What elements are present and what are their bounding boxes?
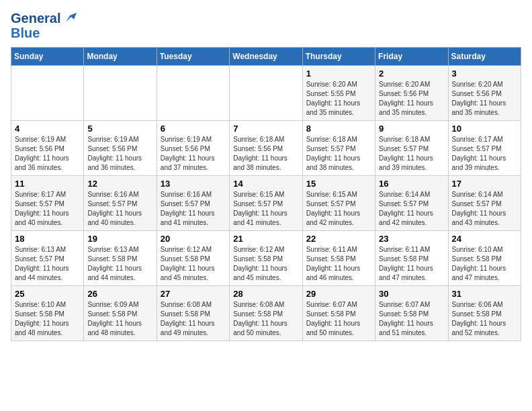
day-info: Sunrise: 6:20 AM Sunset: 5:56 PM Dayligh… [452,80,517,118]
day-number: 10 [452,124,517,134]
day-info: Sunrise: 6:15 AM Sunset: 5:57 PM Dayligh… [233,190,298,228]
day-info: Sunrise: 6:10 AM Sunset: 5:58 PM Dayligh… [15,300,80,338]
day-info: Sunrise: 6:10 AM Sunset: 5:58 PM Dayligh… [452,245,517,283]
day-number: 12 [87,179,152,189]
day-cell: 16Sunrise: 6:14 AM Sunset: 5:57 PM Dayli… [375,176,448,231]
weekday-header-row: SundayMondayTuesdayWednesdayThursdayFrid… [11,48,521,66]
day-cell: 19Sunrise: 6:13 AM Sunset: 5:58 PM Dayli… [84,231,157,286]
day-info: Sunrise: 6:12 AM Sunset: 5:58 PM Dayligh… [161,245,226,283]
day-number: 25 [15,289,80,299]
logo: General Blue [11,11,77,40]
day-number: 17 [452,179,517,189]
weekday-wednesday: Wednesday [230,48,302,66]
day-info: Sunrise: 6:07 AM Sunset: 5:58 PM Dayligh… [306,300,371,338]
day-cell [84,66,157,121]
day-cell: 29Sunrise: 6:07 AM Sunset: 5:58 PM Dayli… [302,286,375,341]
logo-text: General Blue [11,11,77,40]
day-cell: 28Sunrise: 6:08 AM Sunset: 5:58 PM Dayli… [230,286,302,341]
day-cell: 26Sunrise: 6:09 AM Sunset: 5:58 PM Dayli… [84,286,157,341]
day-number: 6 [161,124,226,134]
day-info: Sunrise: 6:12 AM Sunset: 5:58 PM Dayligh… [233,245,298,283]
day-info: Sunrise: 6:18 AM Sunset: 5:57 PM Dayligh… [379,135,444,173]
day-number: 28 [233,289,298,299]
day-info: Sunrise: 6:17 AM Sunset: 5:57 PM Dayligh… [452,135,517,173]
day-info: Sunrise: 6:13 AM Sunset: 5:58 PM Dayligh… [87,245,152,283]
day-cell: 18Sunrise: 6:13 AM Sunset: 5:57 PM Dayli… [11,231,84,286]
calendar-body: 1Sunrise: 6:20 AM Sunset: 5:55 PM Daylig… [11,66,521,341]
day-cell: 14Sunrise: 6:15 AM Sunset: 5:57 PM Dayli… [230,176,302,231]
day-cell: 27Sunrise: 6:08 AM Sunset: 5:58 PM Dayli… [157,286,229,341]
day-info: Sunrise: 6:15 AM Sunset: 5:57 PM Dayligh… [306,190,371,228]
day-number: 15 [306,179,371,189]
weekday-saturday: Saturday [448,48,521,66]
logo-icon [62,10,77,25]
svg-marker-0 [66,13,77,22]
day-number: 14 [233,179,298,189]
week-row-2: 11Sunrise: 6:17 AM Sunset: 5:57 PM Dayli… [11,176,521,231]
day-cell: 12Sunrise: 6:16 AM Sunset: 5:57 PM Dayli… [84,176,157,231]
day-number: 8 [306,124,371,134]
day-number: 16 [379,179,444,189]
day-cell: 10Sunrise: 6:17 AM Sunset: 5:57 PM Dayli… [448,121,521,176]
day-cell [157,66,229,121]
day-number: 19 [87,234,152,244]
day-cell: 4Sunrise: 6:19 AM Sunset: 5:56 PM Daylig… [11,121,84,176]
day-cell: 9Sunrise: 6:18 AM Sunset: 5:57 PM Daylig… [375,121,448,176]
weekday-sunday: Sunday [11,48,84,66]
weekday-monday: Monday [84,48,157,66]
day-cell [11,66,84,121]
day-cell: 24Sunrise: 6:10 AM Sunset: 5:58 PM Dayli… [448,231,521,286]
day-cell: 15Sunrise: 6:15 AM Sunset: 5:57 PM Dayli… [302,176,375,231]
day-number: 31 [452,289,517,299]
day-cell: 7Sunrise: 6:18 AM Sunset: 5:56 PM Daylig… [230,121,302,176]
day-info: Sunrise: 6:19 AM Sunset: 5:56 PM Dayligh… [15,135,80,173]
day-info: Sunrise: 6:07 AM Sunset: 5:58 PM Dayligh… [379,300,444,338]
day-info: Sunrise: 6:16 AM Sunset: 5:57 PM Dayligh… [87,190,152,228]
day-info: Sunrise: 6:14 AM Sunset: 5:57 PM Dayligh… [452,190,517,228]
day-info: Sunrise: 6:14 AM Sunset: 5:57 PM Dayligh… [379,190,444,228]
day-cell: 21Sunrise: 6:12 AM Sunset: 5:58 PM Dayli… [230,231,302,286]
day-number: 27 [161,289,226,299]
day-info: Sunrise: 6:08 AM Sunset: 5:58 PM Dayligh… [233,300,298,338]
week-row-0: 1Sunrise: 6:20 AM Sunset: 5:55 PM Daylig… [11,66,521,121]
day-number: 23 [379,234,444,244]
day-cell: 23Sunrise: 6:11 AM Sunset: 5:58 PM Dayli… [375,231,448,286]
day-number: 5 [87,124,152,134]
day-cell: 22Sunrise: 6:11 AM Sunset: 5:58 PM Dayli… [302,231,375,286]
day-cell: 8Sunrise: 6:18 AM Sunset: 5:57 PM Daylig… [302,121,375,176]
day-cell: 20Sunrise: 6:12 AM Sunset: 5:58 PM Dayli… [157,231,229,286]
week-row-4: 25Sunrise: 6:10 AM Sunset: 5:58 PM Dayli… [11,286,521,341]
day-info: Sunrise: 6:18 AM Sunset: 5:56 PM Dayligh… [233,135,298,173]
weekday-friday: Friday [375,48,448,66]
day-number: 20 [161,234,226,244]
day-number: 29 [306,289,371,299]
day-cell: 2Sunrise: 6:20 AM Sunset: 5:56 PM Daylig… [375,66,448,121]
day-cell: 6Sunrise: 6:19 AM Sunset: 5:56 PM Daylig… [157,121,229,176]
day-number: 3 [452,68,517,79]
week-row-3: 18Sunrise: 6:13 AM Sunset: 5:57 PM Dayli… [11,231,521,286]
day-info: Sunrise: 6:17 AM Sunset: 5:57 PM Dayligh… [15,190,80,228]
day-cell: 30Sunrise: 6:07 AM Sunset: 5:58 PM Dayli… [375,286,448,341]
day-info: Sunrise: 6:19 AM Sunset: 5:56 PM Dayligh… [87,135,152,173]
week-row-1: 4Sunrise: 6:19 AM Sunset: 5:56 PM Daylig… [11,121,521,176]
day-number: 1 [306,68,371,79]
day-info: Sunrise: 6:13 AM Sunset: 5:57 PM Dayligh… [15,245,80,283]
calendar-table: SundayMondayTuesdayWednesdayThursdayFrid… [11,47,521,341]
day-info: Sunrise: 6:18 AM Sunset: 5:57 PM Dayligh… [306,135,371,173]
day-cell: 25Sunrise: 6:10 AM Sunset: 5:58 PM Dayli… [11,286,84,341]
day-cell: 11Sunrise: 6:17 AM Sunset: 5:57 PM Dayli… [11,176,84,231]
day-number: 30 [379,289,444,299]
day-info: Sunrise: 6:11 AM Sunset: 5:58 PM Dayligh… [306,245,371,283]
day-number: 13 [161,179,226,189]
day-cell: 1Sunrise: 6:20 AM Sunset: 5:55 PM Daylig… [302,66,375,121]
day-info: Sunrise: 6:20 AM Sunset: 5:56 PM Dayligh… [379,80,444,118]
day-cell: 13Sunrise: 6:16 AM Sunset: 5:57 PM Dayli… [157,176,229,231]
day-cell: 17Sunrise: 6:14 AM Sunset: 5:57 PM Dayli… [448,176,521,231]
day-cell: 3Sunrise: 6:20 AM Sunset: 5:56 PM Daylig… [448,66,521,121]
day-info: Sunrise: 6:06 AM Sunset: 5:58 PM Dayligh… [452,300,517,338]
day-info: Sunrise: 6:16 AM Sunset: 5:57 PM Dayligh… [161,190,226,228]
day-info: Sunrise: 6:19 AM Sunset: 5:56 PM Dayligh… [161,135,226,173]
header: General Blue [11,11,521,40]
day-number: 4 [15,124,80,134]
day-info: Sunrise: 6:09 AM Sunset: 5:58 PM Dayligh… [87,300,152,338]
